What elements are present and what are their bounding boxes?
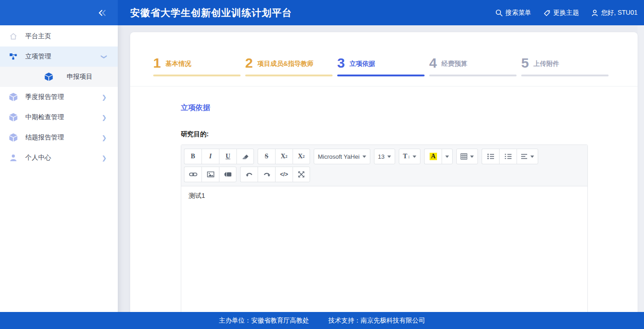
cube-icon	[8, 92, 18, 102]
caret-down-icon	[530, 156, 534, 158]
undo-button[interactable]	[240, 167, 258, 182]
undo-icon	[246, 172, 253, 178]
text-style-icon: T	[403, 153, 407, 160]
step-number: 4	[429, 56, 437, 70]
step-progress-bar	[245, 75, 333, 76]
sidebar-item-project-management[interactable]: 立项管理 ❯	[0, 46, 118, 67]
insert-link-button[interactable]	[184, 167, 201, 182]
user-icon	[591, 9, 598, 17]
clear-format-button[interactable]	[236, 149, 254, 164]
header-main: 安徽省大学生创新创业训练计划平台 搜索菜单	[118, 0, 644, 25]
code-view-button[interactable]: </>	[275, 167, 293, 182]
list-group	[482, 149, 538, 164]
insert-image-button[interactable]	[201, 167, 219, 182]
step-members-teachers[interactable]: 2 项目成员&指导教师	[245, 55, 333, 86]
change-theme-label: 更换主题	[553, 9, 579, 17]
chevron-right-icon: ❯	[102, 155, 107, 161]
sidebar-item-midterm-check[interactable]: 中期检查管理 ❯	[0, 107, 118, 127]
caret-down-icon	[362, 156, 366, 158]
page-footer: 主办单位：安徽省教育厅高教处 技术支持：南京先极科技有限公司	[0, 312, 644, 329]
step-budget[interactable]: 4 经费预算	[429, 55, 517, 86]
italic-icon: I	[209, 153, 212, 160]
step-label: 基本情况	[166, 60, 191, 68]
person-icon	[8, 154, 18, 162]
insert-video-button[interactable]	[219, 167, 236, 182]
video-icon	[224, 172, 232, 177]
redo-button[interactable]	[258, 167, 275, 182]
subscript-num: 2	[303, 154, 305, 159]
editor-content-area[interactable]: 测试1	[181, 186, 587, 317]
step-progress-bar	[521, 75, 609, 76]
step-progress-bar	[337, 75, 425, 76]
sidebar-item-personal-center[interactable]: 个人中心 ❯	[0, 148, 118, 168]
cube-icon	[8, 133, 18, 142]
font-color-dropdown[interactable]	[442, 149, 453, 164]
step-number: 3	[337, 56, 345, 70]
underline-button[interactable]: U	[219, 149, 236, 164]
line-height-dropdown[interactable]: T ↕	[399, 149, 420, 164]
align-icon	[521, 153, 528, 160]
step-number: 2	[245, 56, 253, 70]
search-menu-button[interactable]: 搜索菜单	[495, 9, 531, 17]
step-basic-info[interactable]: 1 基本情况	[153, 55, 241, 86]
italic-button[interactable]: I	[201, 149, 219, 164]
step-label: 上传附件	[534, 60, 559, 68]
step-progress-bar	[429, 75, 517, 76]
step-number: 1	[153, 56, 161, 70]
bullet-list-icon	[487, 153, 494, 160]
superscript-button[interactable]: X2	[275, 149, 293, 164]
redo-icon	[263, 172, 270, 178]
wizard-card: 1 基本情况 2 项目成员&指导教师 3 立项依据	[130, 32, 638, 329]
font-color-button[interactable]: A	[424, 149, 442, 164]
footer-organizer: 主办单位：安徽省教育厅高教处	[219, 317, 309, 325]
step-attachments[interactable]: 5 上传附件	[521, 55, 609, 86]
font-style-group: B I U	[184, 149, 254, 164]
chevron-right-icon: ❯	[102, 94, 107, 100]
table-group	[456, 149, 478, 164]
step-progress-bar	[153, 75, 241, 76]
color-group: A	[424, 149, 453, 164]
sidebar-item-home[interactable]: 平台主页	[0, 26, 118, 46]
caret-down-icon	[387, 156, 391, 158]
scrollbar-track[interactable]	[638, 25, 644, 329]
font-size-dropdown[interactable]: 13	[374, 149, 395, 164]
strikethrough-icon: S	[265, 153, 269, 160]
paragraph-align-dropdown[interactable]	[517, 149, 538, 164]
superscript-icon: X	[281, 153, 285, 160]
step-number: 5	[521, 56, 529, 70]
insert-group	[184, 167, 236, 182]
chevron-right-icon: ❯	[102, 135, 107, 141]
subscript-icon: X	[298, 153, 303, 160]
ordered-list-button[interactable]	[499, 149, 517, 164]
search-menu-label: 搜索菜单	[506, 9, 531, 17]
sidebar-item-quarterly-report[interactable]: 季度报告管理 ❯	[0, 87, 118, 107]
unordered-list-button[interactable]	[482, 149, 499, 164]
user-menu-button[interactable]: 您好, STU01	[591, 9, 638, 17]
collapse-sidebar-icon[interactable]	[98, 8, 108, 17]
font-size-value: 13	[378, 153, 385, 160]
subscript-button[interactable]: X2	[293, 149, 310, 164]
header-actions: 搜索菜单 更换主题	[495, 9, 638, 17]
strikethrough-button[interactable]: S	[258, 149, 275, 164]
bold-button[interactable]: B	[184, 149, 201, 164]
fullscreen-button[interactable]	[293, 167, 310, 182]
toolbar-row-2: </>	[184, 167, 585, 182]
change-theme-button[interactable]: 更换主题	[543, 9, 579, 17]
sidebar-item-label: 平台主页	[25, 32, 51, 40]
eraser-icon	[242, 153, 249, 160]
toolbar-row-1: B I U	[184, 149, 585, 164]
sidebar-item-final-report[interactable]: 结题报告管理 ❯	[0, 127, 118, 148]
sidebar-item-declare-project[interactable]: 申报项目	[0, 67, 118, 87]
caret-down-icon	[470, 156, 474, 158]
research-purpose-label: 研究目的:	[181, 130, 588, 139]
insert-table-dropdown[interactable]	[456, 149, 478, 164]
bold-icon: B	[191, 153, 195, 160]
caret-down-icon	[445, 156, 449, 158]
step-project-basis[interactable]: 3 立项依据	[337, 55, 425, 86]
step-label: 项目成员&指导教师	[258, 60, 314, 68]
font-family-dropdown[interactable]: Microsoft YaHei	[314, 149, 370, 164]
sidebar-item-label: 中期检查管理	[25, 113, 64, 121]
cube-icon	[8, 113, 18, 122]
step-label: 立项依据	[350, 60, 375, 68]
sidebar-item-label: 季度报告管理	[25, 93, 64, 101]
